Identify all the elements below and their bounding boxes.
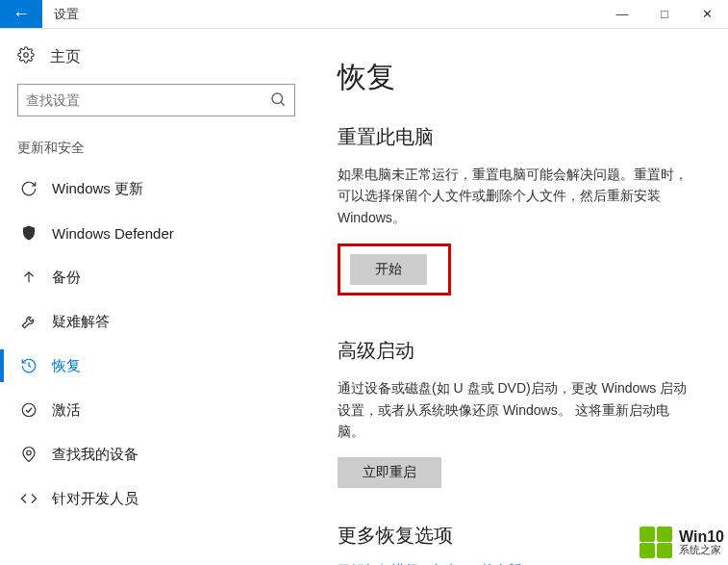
sidebar-item-label: 查找我的设备 [52, 446, 138, 464]
search-icon [269, 90, 287, 111]
home-label: 主页 [50, 47, 81, 67]
sidebar-item-windows-update[interactable]: Windows 更新 [17, 167, 295, 211]
close-button[interactable]: ✕ [686, 0, 728, 28]
watermark-line1: Win10 [679, 529, 724, 545]
location-icon [17, 446, 40, 463]
maximize-icon: □ [661, 7, 668, 21]
svg-line-2 [281, 102, 285, 106]
watermark-line2: 系统之家 [679, 545, 724, 555]
search-box[interactable] [17, 84, 295, 116]
minimize-button[interactable]: — [601, 0, 643, 28]
maximize-button[interactable]: □ [643, 0, 686, 28]
sidebar-item-find-device[interactable]: 查找我的设备 [17, 432, 295, 476]
sidebar-item-activation[interactable]: 激活 [17, 388, 295, 432]
reset-button-highlight: 开始 [338, 244, 451, 295]
upload-icon [17, 269, 40, 286]
back-button[interactable]: ← [0, 0, 42, 28]
close-icon: ✕ [702, 7, 713, 21]
sidebar-item-label: Windows Defender [52, 225, 174, 242]
home-button[interactable]: 主页 [17, 46, 295, 68]
check-circle-icon [17, 401, 40, 419]
reset-heading: 重置此电脑 [338, 124, 693, 150]
watermark-logo-icon [639, 526, 673, 559]
minimize-icon: — [616, 7, 629, 21]
sidebar-item-label: 激活 [52, 401, 81, 420]
sidebar-item-label: 备份 [52, 269, 81, 287]
sidebar-item-recovery[interactable]: 恢复 [17, 344, 295, 388]
content-area: 主页 更新和安全 Windows 更新 Windows Defender 备份 … [0, 29, 728, 565]
sidebar-item-developers[interactable]: 针对开发人员 [17, 476, 295, 521]
sidebar: 主页 更新和安全 Windows 更新 Windows Defender 备份 … [0, 29, 313, 565]
advanced-heading: 高级启动 [338, 338, 693, 364]
svg-point-5 [27, 450, 32, 455]
svg-point-0 [24, 53, 29, 58]
svg-point-4 [22, 403, 36, 417]
sidebar-item-label: Windows 更新 [52, 180, 143, 198]
search-input[interactable] [26, 92, 269, 108]
wrench-icon [17, 313, 40, 330]
page-title: 恢复 [338, 58, 693, 97]
code-icon [17, 490, 40, 507]
restart-now-button[interactable]: 立即重启 [338, 457, 441, 488]
main-panel: 恢复 重置此电脑 如果电脑未正常运行，重置电脑可能会解决问题。重置时，可以选择保… [313, 29, 728, 565]
sync-icon [17, 180, 40, 197]
shield-icon [17, 224, 40, 242]
svg-point-1 [272, 93, 283, 104]
watermark: Win10 系统之家 [639, 526, 724, 559]
sidebar-item-defender[interactable]: Windows Defender [17, 211, 295, 255]
gear-icon [17, 46, 40, 68]
reset-description: 如果电脑未正常运行，重置电脑可能会解决问题。重置时，可以选择保留个人文件或删除个… [338, 164, 693, 228]
sidebar-item-label: 疑难解答 [52, 313, 110, 331]
titlebar-spacer [90, 0, 601, 28]
arrow-left-icon: ← [13, 4, 30, 24]
sidebar-item-troubleshoot[interactable]: 疑难解答 [17, 299, 295, 344]
reset-start-button[interactable]: 开始 [350, 254, 427, 285]
titlebar: ← 设置 — □ ✕ [0, 0, 728, 29]
sidebar-item-backup[interactable]: 备份 [17, 255, 295, 299]
sidebar-section-title: 更新和安全 [17, 140, 295, 157]
window-title: 设置 [42, 0, 90, 28]
sidebar-item-label: 针对开发人员 [52, 490, 138, 508]
advanced-description: 通过设备或磁盘(如 U 盘或 DVD)启动，更改 Windows 启动设置，或者… [338, 377, 693, 442]
history-icon [17, 357, 40, 374]
sidebar-item-label: 恢复 [52, 357, 81, 375]
